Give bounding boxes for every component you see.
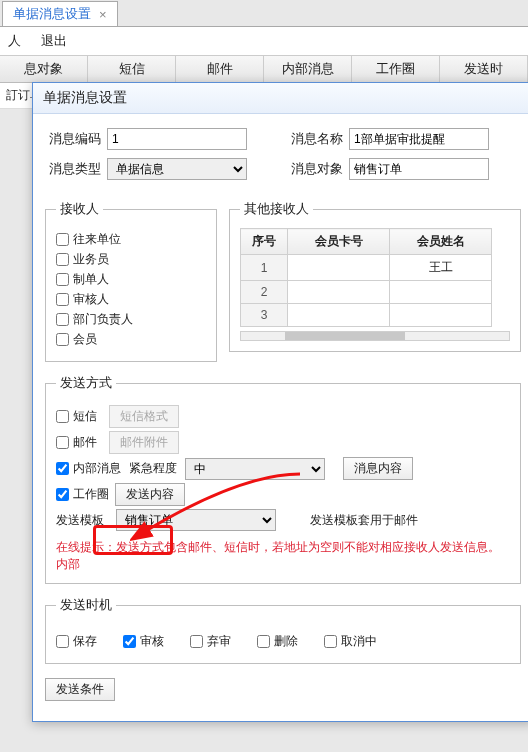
- menu-item-exit[interactable]: 退出: [41, 32, 67, 50]
- dialog-title: 单据消息设置: [33, 83, 528, 109]
- col-header[interactable]: 邮件: [176, 56, 264, 82]
- main-tab-label: 单据消息设置: [13, 5, 91, 23]
- col-header[interactable]: 工作圈: [352, 56, 440, 82]
- col-header[interactable]: 发送时: [440, 56, 528, 82]
- close-icon[interactable]: ×: [99, 7, 107, 22]
- menu-item-people[interactable]: 人: [8, 32, 21, 50]
- col-header[interactable]: 短信: [88, 56, 176, 82]
- col-header[interactable]: 内部消息: [264, 56, 352, 82]
- col-header[interactable]: 息对象: [0, 56, 88, 82]
- main-tab[interactable]: 单据消息设置 ×: [2, 1, 118, 26]
- settings-dialog: 单据消息设置 消息编码 消息名称 消息类型 单据信息 消息对象 接收人 往来单位…: [32, 82, 528, 109]
